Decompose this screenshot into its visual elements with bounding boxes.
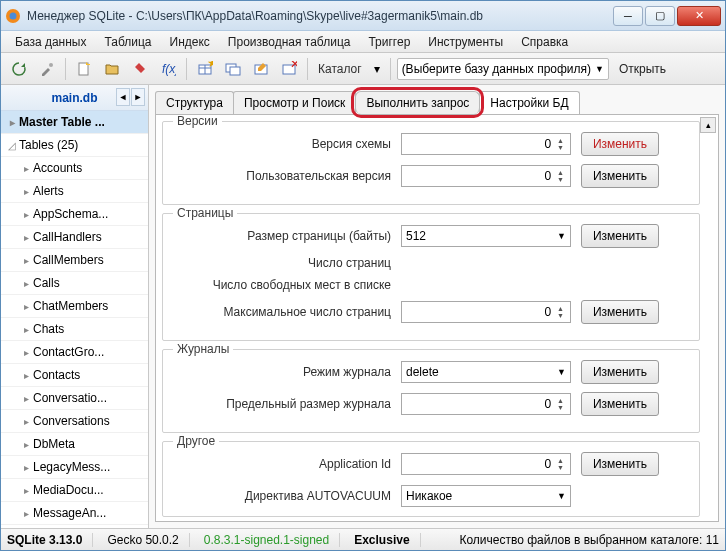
- change-page-size-button[interactable]: Изменить: [581, 224, 659, 248]
- group-title: Журналы: [173, 342, 233, 356]
- scroll-up-button[interactable]: ▴: [700, 117, 716, 133]
- tree-item[interactable]: ▸ChatMembers: [1, 295, 148, 318]
- tree-item[interactable]: ▸ContactGro...: [1, 341, 148, 364]
- new-table-icon[interactable]: ★: [193, 57, 217, 81]
- change-journal-limit-button[interactable]: Изменить: [581, 392, 659, 416]
- toolbar: f(x) ★ ✕ Каталог ▾ (Выберите базу данных…: [1, 53, 725, 85]
- close-button[interactable]: ✕: [677, 6, 721, 26]
- profile-db-select[interactable]: (Выберите базу данных профиля) ▼: [397, 58, 609, 80]
- titlebar: Менеджер SQLite - C:\Users\ПК\AppData\Ro…: [1, 1, 725, 31]
- user-version-input[interactable]: ▲▼: [401, 165, 571, 187]
- catalog-chevron-icon[interactable]: ▾: [370, 57, 384, 81]
- menu-derived-table[interactable]: Производная таблица: [220, 32, 359, 52]
- sidebar-header: main.db ◄ ►: [1, 85, 148, 111]
- group-title: Другое: [173, 434, 219, 448]
- journal-limit-input[interactable]: ▲▼: [401, 393, 571, 415]
- tree-item[interactable]: ▸Chats: [1, 318, 148, 341]
- statusbar: SQLite 3.13.0 Gecko 50.0.2 0.8.3.1-signe…: [1, 528, 725, 550]
- open-button[interactable]: Открыть: [613, 62, 672, 76]
- user-version-label: Пользовательская версия: [171, 169, 391, 183]
- menubar: База данных Таблица Индекс Производная т…: [1, 31, 725, 53]
- maximize-button[interactable]: ▢: [645, 6, 675, 26]
- tab-structure[interactable]: Структура: [155, 91, 234, 114]
- function-icon[interactable]: f(x): [156, 57, 180, 81]
- tree-tables[interactable]: ◿Tables (25): [1, 134, 148, 157]
- change-schema-button[interactable]: Изменить: [581, 132, 659, 156]
- change-appid-button[interactable]: Изменить: [581, 452, 659, 476]
- menu-database[interactable]: База данных: [7, 32, 94, 52]
- tree-item[interactable]: ▸Alerts: [1, 180, 148, 203]
- change-journal-mode-button[interactable]: Изменить: [581, 360, 659, 384]
- menu-table[interactable]: Таблица: [96, 32, 159, 52]
- tab-browse[interactable]: Просмотр и Поиск: [233, 91, 356, 114]
- group-other: Другое Application Id ▲▼ Изменить Директ…: [162, 441, 700, 517]
- schema-version-input[interactable]: ▲▼: [401, 133, 571, 155]
- profile-db-value: (Выберите базу данных профиля): [402, 62, 591, 76]
- drop-table-icon[interactable]: ✕: [277, 57, 301, 81]
- tree-item[interactable]: ▸Conversatio...: [1, 387, 148, 410]
- autovacuum-select[interactable]: Никакое▼: [401, 485, 571, 507]
- group-versions: Версии Версия схемы ▲▼ Изменить Пользова…: [162, 121, 700, 205]
- edit-table-icon[interactable]: [249, 57, 273, 81]
- new-file-icon[interactable]: [72, 57, 96, 81]
- status-gecko-version: Gecko 50.0.2: [107, 533, 189, 547]
- change-user-version-button[interactable]: Изменить: [581, 164, 659, 188]
- status-file-count: Количество файлов в выбранном каталоге: …: [459, 533, 719, 547]
- menu-trigger[interactable]: Триггер: [360, 32, 418, 52]
- autovacuum-label: Директива AUTOVACUUM: [171, 489, 391, 503]
- page-size-select[interactable]: 512▼: [401, 225, 571, 247]
- sidebar-db-name[interactable]: main.db: [51, 91, 97, 105]
- tree-item[interactable]: ▸Calls: [1, 272, 148, 295]
- catalog-label: Каталог: [314, 62, 366, 76]
- tree-item[interactable]: ▸CallMembers: [1, 249, 148, 272]
- tree-item[interactable]: ▸Contacts: [1, 364, 148, 387]
- svg-rect-10: [230, 67, 240, 75]
- schema-version-label: Версия схемы: [171, 137, 391, 151]
- application-id-input[interactable]: ▲▼: [401, 453, 571, 475]
- tree-item[interactable]: ▸DbMeta: [1, 433, 148, 456]
- max-pages-input[interactable]: ▲▼: [401, 301, 571, 323]
- svg-point-1: [10, 12, 17, 19]
- tree-item[interactable]: ▸Accounts: [1, 157, 148, 180]
- window-title: Менеджер SQLite - C:\Users\ПК\AppData\Ro…: [27, 9, 613, 23]
- svg-point-2: [49, 63, 53, 67]
- menu-help[interactable]: Справка: [513, 32, 576, 52]
- group-title: Страницы: [173, 206, 237, 220]
- settings-panel: ▴ Версии Версия схемы ▲▼ Изменить Пользо…: [155, 114, 719, 522]
- link-icon[interactable]: [128, 57, 152, 81]
- page-size-label: Размер страницы (байты): [171, 229, 391, 243]
- tree-item[interactable]: ▸AppSchema...: [1, 203, 148, 226]
- minimize-button[interactable]: ─: [613, 6, 643, 26]
- group-pages: Страницы Размер страницы (байты) 512▼ Из…: [162, 213, 700, 341]
- svg-text:✕: ✕: [290, 61, 297, 71]
- content: Структура Просмотр и Поиск Выполнить зап…: [149, 85, 725, 528]
- tab-db-settings[interactable]: Настройки БД: [479, 91, 579, 114]
- tree-item[interactable]: ▸MediaDocu...: [1, 479, 148, 502]
- application-id-label: Application Id: [171, 457, 391, 471]
- tree-item[interactable]: ▸CallHandlers: [1, 226, 148, 249]
- tab-execute-query[interactable]: Выполнить запрос: [355, 91, 480, 114]
- tree-item[interactable]: ▸Conversations: [1, 410, 148, 433]
- tab-strip: Структура Просмотр и Поиск Выполнить зап…: [149, 85, 725, 114]
- refresh-icon[interactable]: [7, 57, 31, 81]
- open-folder-icon[interactable]: [100, 57, 124, 81]
- copy-table-icon[interactable]: [221, 57, 245, 81]
- free-pages-label: Число свободных мест в списке: [171, 278, 391, 292]
- tools-icon[interactable]: [35, 57, 59, 81]
- status-signed: 0.8.3.1-signed.1-signed: [204, 533, 340, 547]
- sidebar-next-button[interactable]: ►: [131, 88, 145, 106]
- tree-master[interactable]: ▸Master Table ...: [1, 111, 148, 134]
- menu-tools[interactable]: Инструменты: [420, 32, 511, 52]
- tree-item[interactable]: ▸MessageAn...: [1, 502, 148, 525]
- change-max-pages-button[interactable]: Изменить: [581, 300, 659, 324]
- svg-text:f(x): f(x): [162, 62, 176, 76]
- journal-limit-label: Предельный размер журнала: [171, 397, 391, 411]
- tree-item[interactable]: ▸LegacyMess...: [1, 456, 148, 479]
- db-tree: ▸Master Table ... ◿Tables (25) ▸Accounts…: [1, 111, 148, 528]
- journal-mode-label: Режим журнала: [171, 365, 391, 379]
- sidebar-prev-button[interactable]: ◄: [116, 88, 130, 106]
- app-icon: [5, 8, 21, 24]
- menu-index[interactable]: Индекс: [162, 32, 218, 52]
- status-exclusive: Exclusive: [354, 533, 420, 547]
- journal-mode-select[interactable]: delete▼: [401, 361, 571, 383]
